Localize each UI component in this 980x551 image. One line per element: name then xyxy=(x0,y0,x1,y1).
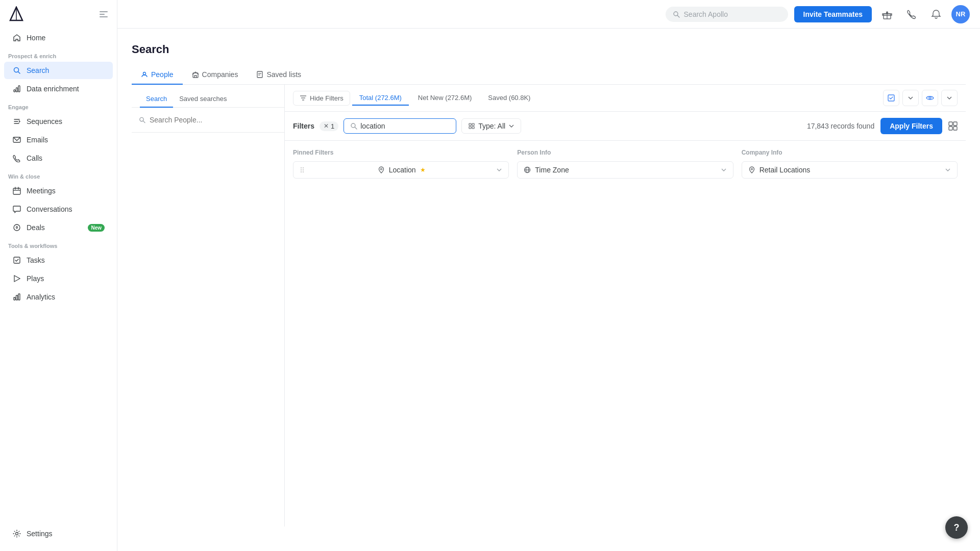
phone-icon-button[interactable] xyxy=(902,5,921,23)
sidebar-item-home[interactable]: Home xyxy=(4,29,113,46)
tab-saved-lists[interactable]: Saved lists xyxy=(247,65,310,85)
sidebar-item-settings[interactable]: Settings xyxy=(4,525,113,542)
location-pin-icon xyxy=(378,166,385,173)
sidebar-section-engage: Engage xyxy=(0,98,117,112)
bell-icon-button[interactable] xyxy=(927,5,945,23)
user-avatar[interactable]: NR xyxy=(951,5,970,23)
apollo-logo-icon xyxy=(8,6,24,22)
right-panel: Hide Filters Total (272.6M) Net New (272… xyxy=(285,85,966,527)
sidebar-item-conversations[interactable]: Conversations xyxy=(4,201,113,218)
search-apollo-icon xyxy=(673,11,680,18)
search-apollo-box[interactable]: Search Apollo xyxy=(666,7,788,22)
content-area: Search People Compan xyxy=(117,29,980,551)
people-tab-icon xyxy=(141,71,148,78)
sidebar-item-analytics[interactable]: Analytics xyxy=(4,288,113,306)
svg-rect-42 xyxy=(949,122,952,126)
retail-locations-filter-chip[interactable]: Retail Locations xyxy=(742,161,958,179)
left-panel-tab-search[interactable]: Search xyxy=(140,91,173,108)
location-chip-left: Location ★ xyxy=(378,166,426,174)
hide-filters-button[interactable]: Hide Filters xyxy=(293,91,350,106)
retail-locations-chip-chevron xyxy=(945,167,951,173)
svg-rect-26 xyxy=(257,71,262,78)
sidebar-toggle-button[interactable] xyxy=(99,9,109,19)
search-apollo-placeholder: Search Apollo xyxy=(684,10,728,18)
main-tabs: People Companies xyxy=(132,65,966,85)
svg-rect-8 xyxy=(16,88,18,92)
gift-icon-button[interactable] xyxy=(878,5,896,23)
tab-companies[interactable]: Companies xyxy=(183,65,248,85)
svg-rect-40 xyxy=(469,127,471,129)
sidebar-item-deals-label: Deals xyxy=(27,223,83,232)
filter-search-box[interactable] xyxy=(344,118,456,134)
sidebar-bottom: Settings xyxy=(0,524,117,551)
filter-bar-right: 17,843 records found Apply Filters xyxy=(807,118,958,134)
sidebar-item-sequences[interactable]: Sequences xyxy=(4,113,113,130)
eye-icon-button[interactable] xyxy=(922,90,938,106)
timezone-chip-label: Time Zone xyxy=(535,166,569,174)
home-icon xyxy=(12,33,21,42)
svg-rect-45 xyxy=(953,127,957,130)
left-panel-tabs: Search Saved searches xyxy=(132,85,284,108)
sidebar-section-prospect: Prospect & enrich xyxy=(0,47,117,61)
svg-line-22 xyxy=(677,15,679,17)
sidebar-item-home-label: Home xyxy=(27,34,105,42)
sidebar-item-calls[interactable]: Calls xyxy=(4,149,113,167)
timezone-chip-left: Time Zone xyxy=(524,166,569,174)
filter-search-icon xyxy=(350,122,357,130)
svg-rect-18 xyxy=(16,295,18,300)
pinned-filters-section: Pinned Filters xyxy=(293,149,509,183)
svg-line-37 xyxy=(355,127,357,129)
apply-filters-button[interactable]: Apply Filters xyxy=(880,118,942,134)
svg-point-48 xyxy=(301,169,302,170)
sidebar-item-emails[interactable]: Emails xyxy=(4,131,113,148)
sidebar-item-analytics-label: Analytics xyxy=(27,293,105,301)
filter-clear-button[interactable]: ✕ xyxy=(324,122,329,130)
search-people-input[interactable] xyxy=(150,114,277,126)
invite-teammates-button[interactable]: Invite Teammates xyxy=(794,6,872,22)
sidebar: Home Prospect & enrich Search Data enric… xyxy=(0,0,117,551)
sidebar-item-tasks[interactable]: Tasks xyxy=(4,252,113,269)
svg-point-49 xyxy=(303,169,304,170)
type-dropdown-label: Type: All xyxy=(478,122,505,130)
location-chip-chevron xyxy=(496,167,502,173)
location-chip-label: Location xyxy=(389,166,416,174)
svg-line-30 xyxy=(143,121,145,123)
hide-filters-label: Hide Filters xyxy=(310,94,344,102)
grid-icon-button[interactable] xyxy=(948,121,958,131)
svg-point-47 xyxy=(303,167,304,168)
sidebar-section-win: Win & close xyxy=(0,167,117,182)
tasks-icon xyxy=(12,256,21,265)
svg-point-24 xyxy=(143,72,146,75)
results-tab-total[interactable]: Total (272.6M) xyxy=(352,91,409,106)
retail-location-pin-icon xyxy=(748,166,755,173)
svg-rect-38 xyxy=(469,123,471,126)
timezone-chip-chevron xyxy=(721,167,727,173)
filter-search-input[interactable] xyxy=(360,122,450,130)
svg-rect-11 xyxy=(13,188,20,194)
left-panel-tab-saved[interactable]: Saved searches xyxy=(173,91,233,108)
save-search-icon-button[interactable] xyxy=(883,90,899,106)
results-tab-net-new[interactable]: Net New (272.6M) xyxy=(411,91,479,106)
svg-rect-7 xyxy=(14,90,15,92)
svg-point-50 xyxy=(301,171,302,172)
sidebar-item-plays[interactable]: Plays xyxy=(4,270,113,287)
results-tab-saved[interactable]: Saved (60.8K) xyxy=(481,91,537,106)
search-people-icon xyxy=(139,116,145,123)
svg-rect-4 xyxy=(100,16,108,17)
location-filter-chip[interactable]: Location ★ xyxy=(293,161,509,179)
data-enrichment-icon xyxy=(12,84,21,93)
tab-people[interactable]: People xyxy=(132,65,183,85)
sidebar-item-sequences-label: Sequences xyxy=(27,117,105,126)
sidebar-item-meetings[interactable]: Meetings xyxy=(4,182,113,199)
sidebar-item-data-enrichment[interactable]: Data enrichment xyxy=(4,80,113,97)
filter-bar: Filters ✕ 1 xyxy=(285,112,966,141)
emails-icon xyxy=(12,135,21,144)
dropdown2-icon-button[interactable] xyxy=(941,90,958,106)
svg-rect-3 xyxy=(100,14,105,15)
sidebar-item-search[interactable]: Search xyxy=(4,62,113,79)
type-dropdown[interactable]: Type: All xyxy=(461,118,521,134)
help-button[interactable]: ? xyxy=(945,516,968,539)
timezone-filter-chip[interactable]: Time Zone xyxy=(517,161,733,179)
dropdown-icon-button[interactable] xyxy=(902,90,919,106)
sidebar-item-deals[interactable]: Deals New xyxy=(4,219,113,236)
